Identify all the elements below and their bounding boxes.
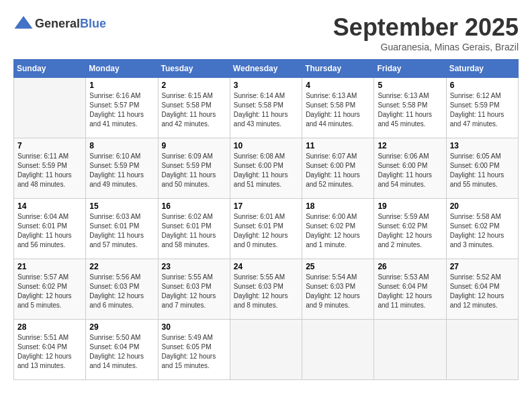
day-info: Sunrise: 6:09 AMSunset: 5:59 PMDaylight:…: [162, 152, 226, 189]
week-row-3: 14Sunrise: 6:04 AMSunset: 6:01 PMDayligh…: [14, 199, 519, 259]
day-cell: 15Sunrise: 6:03 AMSunset: 6:01 PMDayligh…: [86, 199, 158, 259]
day-info: Sunrise: 5:55 AMSunset: 6:03 PMDaylight:…: [162, 273, 226, 310]
week-row-1: 1Sunrise: 6:16 AMSunset: 5:57 PMDaylight…: [14, 78, 519, 138]
day-cell: 24Sunrise: 5:55 AMSunset: 6:03 PMDayligh…: [230, 259, 302, 320]
day-info: Sunrise: 5:51 AMSunset: 6:04 PMDaylight:…: [17, 333, 82, 371]
day-info: Sunrise: 5:52 AMSunset: 6:04 PMDaylight:…: [450, 273, 515, 310]
day-cell: 5Sunrise: 6:13 AMSunset: 5:58 PMDaylight…: [374, 78, 446, 138]
day-info: Sunrise: 5:54 AMSunset: 6:03 PMDaylight:…: [306, 273, 370, 310]
day-number: 3: [234, 81, 298, 90]
header-row: Sunday Monday Tuesday Wednesday Thursday…: [14, 60, 519, 78]
day-info: Sunrise: 6:11 AMSunset: 5:59 PMDaylight:…: [17, 152, 82, 189]
day-number: 24: [234, 262, 298, 271]
day-number: 29: [89, 322, 154, 332]
day-info: Sunrise: 6:13 AMSunset: 5:58 PMDaylight:…: [378, 91, 442, 129]
day-number: 9: [162, 141, 226, 150]
day-number: 2: [162, 81, 226, 90]
day-number: 4: [306, 81, 370, 90]
col-thursday: Thursday: [302, 60, 374, 78]
day-number: 7: [17, 141, 82, 150]
day-info: Sunrise: 6:08 AMSunset: 6:00 PMDaylight:…: [234, 152, 298, 189]
day-number: 1: [89, 81, 154, 90]
col-friday: Friday: [374, 60, 446, 78]
day-number: 27: [450, 262, 515, 271]
day-cell: [230, 320, 302, 380]
calendar-table: Sunday Monday Tuesday Wednesday Thursday…: [13, 59, 519, 380]
day-cell: 14Sunrise: 6:04 AMSunset: 6:01 PMDayligh…: [14, 199, 86, 259]
day-number: 16: [162, 201, 226, 211]
day-cell: 2Sunrise: 6:15 AMSunset: 5:58 PMDaylight…: [158, 78, 230, 138]
day-number: 22: [89, 262, 154, 271]
day-info: Sunrise: 5:49 AMSunset: 6:05 PMDaylight:…: [162, 333, 226, 371]
day-number: 14: [17, 201, 82, 211]
logo-icon: [13, 13, 34, 34]
day-info: Sunrise: 6:05 AMSunset: 6:00 PMDaylight:…: [450, 152, 515, 189]
day-cell: 19Sunrise: 5:59 AMSunset: 6:02 PMDayligh…: [374, 199, 446, 259]
day-cell: [374, 320, 446, 380]
month-title: September 2025: [333, 13, 519, 42]
day-cell: 12Sunrise: 6:06 AMSunset: 6:00 PMDayligh…: [374, 138, 446, 199]
day-info: Sunrise: 5:58 AMSunset: 6:02 PMDaylight:…: [450, 212, 515, 250]
day-number: 6: [450, 81, 515, 90]
day-info: Sunrise: 6:15 AMSunset: 5:58 PMDaylight:…: [162, 91, 226, 129]
day-info: Sunrise: 6:14 AMSunset: 5:58 PMDaylight:…: [234, 91, 298, 129]
day-cell: 16Sunrise: 6:02 AMSunset: 6:01 PMDayligh…: [158, 199, 230, 259]
day-cell: 6Sunrise: 6:12 AMSunset: 5:59 PMDaylight…: [446, 78, 518, 138]
day-cell: 17Sunrise: 6:01 AMSunset: 6:01 PMDayligh…: [230, 199, 302, 259]
day-info: Sunrise: 6:16 AMSunset: 5:57 PMDaylight:…: [89, 91, 154, 129]
day-cell: 3Sunrise: 6:14 AMSunset: 5:58 PMDaylight…: [230, 78, 302, 138]
day-cell: [446, 320, 518, 380]
week-row-4: 21Sunrise: 5:57 AMSunset: 6:02 PMDayligh…: [14, 259, 519, 320]
day-number: 11: [306, 141, 370, 150]
day-number: 17: [234, 201, 298, 211]
day-cell: 25Sunrise: 5:54 AMSunset: 6:03 PMDayligh…: [302, 259, 374, 320]
day-number: 19: [378, 201, 442, 211]
day-info: Sunrise: 6:01 AMSunset: 6:01 PMDaylight:…: [234, 212, 298, 250]
col-wednesday: Wednesday: [230, 60, 302, 78]
day-cell: 20Sunrise: 5:58 AMSunset: 6:02 PMDayligh…: [446, 199, 518, 259]
logo-blue: Blue: [80, 17, 106, 30]
day-number: 30: [162, 322, 226, 332]
day-cell: 30Sunrise: 5:49 AMSunset: 6:05 PMDayligh…: [158, 320, 230, 380]
day-info: Sunrise: 5:53 AMSunset: 6:04 PMDaylight:…: [378, 273, 442, 310]
day-info: Sunrise: 6:03 AMSunset: 6:01 PMDaylight:…: [89, 212, 154, 250]
day-info: Sunrise: 6:00 AMSunset: 6:02 PMDaylight:…: [306, 212, 370, 250]
col-saturday: Saturday: [446, 60, 518, 78]
day-number: 23: [162, 262, 226, 271]
day-number: 12: [378, 141, 442, 150]
calendar-body: 1Sunrise: 6:16 AMSunset: 5:57 PMDaylight…: [14, 78, 519, 380]
col-monday: Monday: [86, 60, 158, 78]
day-number: 28: [17, 322, 82, 332]
day-cell: 28Sunrise: 5:51 AMSunset: 6:04 PMDayligh…: [14, 320, 86, 380]
day-info: Sunrise: 6:04 AMSunset: 6:01 PMDaylight:…: [17, 212, 82, 250]
logo: GeneralBlue: [13, 13, 106, 34]
title-area: September 2025 Guaranesia, Minas Gerais,…: [333, 13, 519, 52]
day-info: Sunrise: 6:12 AMSunset: 5:59 PMDaylight:…: [450, 91, 515, 129]
day-number: 25: [306, 262, 370, 271]
calendar-header: Sunday Monday Tuesday Wednesday Thursday…: [14, 60, 519, 78]
day-info: Sunrise: 6:13 AMSunset: 5:58 PMDaylight:…: [306, 91, 370, 129]
day-cell: 22Sunrise: 5:56 AMSunset: 6:03 PMDayligh…: [86, 259, 158, 320]
day-info: Sunrise: 6:06 AMSunset: 6:00 PMDaylight:…: [378, 152, 442, 189]
day-cell: [14, 78, 86, 138]
day-cell: 29Sunrise: 5:50 AMSunset: 6:04 PMDayligh…: [86, 320, 158, 380]
day-number: 18: [306, 201, 370, 211]
day-info: Sunrise: 5:59 AMSunset: 6:02 PMDaylight:…: [378, 212, 442, 250]
day-info: Sunrise: 6:07 AMSunset: 6:00 PMDaylight:…: [306, 152, 370, 189]
col-sunday: Sunday: [14, 60, 86, 78]
day-cell: 11Sunrise: 6:07 AMSunset: 6:00 PMDayligh…: [302, 138, 374, 199]
day-number: 26: [378, 262, 442, 271]
day-info: Sunrise: 5:56 AMSunset: 6:03 PMDaylight:…: [89, 273, 154, 310]
day-cell: 10Sunrise: 6:08 AMSunset: 6:00 PMDayligh…: [230, 138, 302, 199]
day-cell: [302, 320, 374, 380]
page-header: GeneralBlue September 2025 Guaranesia, M…: [13, 13, 519, 52]
week-row-2: 7Sunrise: 6:11 AMSunset: 5:59 PMDaylight…: [14, 138, 519, 199]
day-number: 15: [89, 201, 154, 211]
day-info: Sunrise: 5:57 AMSunset: 6:02 PMDaylight:…: [17, 273, 82, 310]
day-number: 5: [378, 81, 442, 90]
day-info: Sunrise: 5:50 AMSunset: 6:04 PMDaylight:…: [89, 333, 154, 371]
week-row-5: 28Sunrise: 5:51 AMSunset: 6:04 PMDayligh…: [14, 320, 519, 380]
day-cell: 7Sunrise: 6:11 AMSunset: 5:59 PMDaylight…: [14, 138, 86, 199]
day-cell: 23Sunrise: 5:55 AMSunset: 6:03 PMDayligh…: [158, 259, 230, 320]
day-info: Sunrise: 5:55 AMSunset: 6:03 PMDaylight:…: [234, 273, 298, 310]
